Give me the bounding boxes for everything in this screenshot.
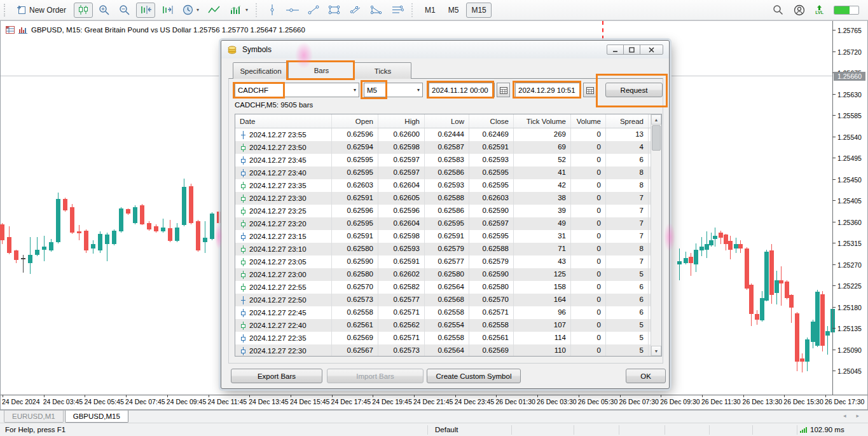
cell: 7 <box>606 255 649 268</box>
column-header[interactable]: Date <box>235 114 332 128</box>
create-custom-symbol-button[interactable]: Create Custom Symbol <box>427 369 521 383</box>
column-header[interactable]: Spread <box>606 114 649 128</box>
cell: 6 <box>606 306 649 319</box>
tab-scroll-right-icon[interactable]: ▸ <box>856 412 859 419</box>
cell: 0.62570 <box>332 281 378 294</box>
column-header[interactable]: Volume <box>571 114 606 128</box>
column-header[interactable]: Close <box>469 114 514 128</box>
cell: 0 <box>571 255 606 268</box>
table-row[interactable]: 2024.12.27 23:400.625950.625970.625860.6… <box>235 167 661 179</box>
minimize-button[interactable] <box>607 44 624 55</box>
triangle-tool[interactable] <box>367 3 385 18</box>
cell: 0 <box>571 179 606 192</box>
table-row[interactable]: 2024.12.27 23:000.625800.626020.625800.6… <box>235 268 661 281</box>
rectangle-tool[interactable] <box>325 3 343 18</box>
period-clock-button[interactable]: ▾ <box>179 3 202 18</box>
table-row[interactable]: 2024.12.27 23:500.625940.625980.625870.6… <box>235 141 661 154</box>
table-row[interactable]: 2024.12.27 22:450.625580.625710.625580.6… <box>235 306 661 319</box>
date-from-field[interactable]: 2024.11.12 00:00 <box>429 83 495 97</box>
cell: 8 <box>606 243 649 255</box>
zoom-in-button[interactable] <box>95 3 113 18</box>
time-axis-label: 26 Dec 11:30 <box>701 398 741 405</box>
table-row[interactable]: 2024.12.27 23:050.625900.625910.625770.6… <box>235 255 661 268</box>
zoom-out-button[interactable] <box>116 3 134 18</box>
table-row[interactable]: 2024.12.27 23:250.625960.625960.625860.6… <box>235 205 661 217</box>
date-cell: 2024.12.27 22:35 <box>235 332 332 344</box>
cell: 0 <box>571 205 606 217</box>
table-row[interactable]: 2024.12.27 23:350.626030.626040.625930.6… <box>235 179 661 192</box>
table-row[interactable]: 2024.12.27 23:150.625910.625980.625910.6… <box>235 230 661 243</box>
timeframe-m5-button[interactable]: M5 <box>443 3 464 18</box>
toolbar-drag-handle[interactable] <box>4 4 6 17</box>
export-bars-button[interactable]: Export Bars <box>231 369 322 383</box>
ok-button[interactable]: OK <box>626 369 666 383</box>
table-row[interactable]: 2024.12.27 22:550.625700.625820.625640.6… <box>235 281 661 294</box>
candlestick-mode-button[interactable] <box>74 3 93 18</box>
candle-body <box>719 233 723 238</box>
date-to-field[interactable]: 2024.12.29 10:51 <box>515 83 581 97</box>
dialog-titlebar[interactable]: Symbols <box>221 41 669 58</box>
column-header[interactable]: Open <box>332 114 378 128</box>
price-axis-label: 1.25540 <box>837 133 868 141</box>
candle <box>126 208 130 215</box>
chart-tab-eurusd[interactable]: EURUSD,M1 <box>4 411 64 423</box>
column-header[interactable]: Tick Volume <box>514 114 571 128</box>
scroll-up-button[interactable]: ▲ <box>651 114 661 125</box>
table-scrollbar[interactable]: ▲ ▼ <box>651 114 661 356</box>
timeframe-m15-button[interactable]: M15 <box>466 3 491 18</box>
fibonacci-tool[interactable] <box>388 3 407 18</box>
table-header[interactable]: DateOpenHighLowCloseTick VolumeVolumeSpr… <box>235 114 661 128</box>
column-header[interactable]: Low <box>425 114 469 128</box>
trendline-tool[interactable] <box>305 3 322 18</box>
line-chart-button[interactable] <box>205 3 224 18</box>
cell: 52 <box>514 154 571 167</box>
indicators-button[interactable]: ▾ <box>226 3 251 18</box>
request-button[interactable]: Request <box>605 83 663 97</box>
date-to-calendar-button[interactable] <box>583 83 596 97</box>
table-row[interactable]: 2024.12.27 23:200.625950.626040.625950.6… <box>235 217 661 230</box>
table-row[interactable]: 2024.12.27 23:300.625910.626050.625880.6… <box>235 192 661 205</box>
date-cell: 2024.12.27 23:05 <box>235 255 332 268</box>
maximize-button[interactable] <box>623 44 640 55</box>
table-row[interactable]: 2024.12.27 23:450.625950.625970.625830.6… <box>235 154 661 167</box>
table-row[interactable]: 2024.12.27 22:300.625670.625730.625640.6… <box>235 344 661 357</box>
vertical-line-tool[interactable] <box>264 3 280 18</box>
chart-shift-button[interactable] <box>136 3 155 18</box>
tab-specification[interactable]: Specification <box>233 62 289 79</box>
cell: 0.62590 <box>469 268 514 281</box>
candle-body <box>825 331 830 336</box>
column-header[interactable]: High <box>378 114 425 128</box>
symbol-combobox[interactable]: CADCHF ▾ <box>235 83 359 97</box>
cell: 0.62562 <box>378 319 425 332</box>
scroll-down-button[interactable]: ▼ <box>651 346 661 356</box>
horizontal-line-tool[interactable] <box>283 3 302 18</box>
lvl-icon[interactable]: LVL <box>815 5 823 15</box>
candle <box>820 291 825 351</box>
timeframe-combobox[interactable]: M5 ▾ <box>364 83 423 97</box>
candle-blue-icon <box>240 334 246 343</box>
auto-scroll-button[interactable] <box>158 3 177 18</box>
table-row[interactable]: 2024.12.27 23:100.625800.625930.625790.6… <box>235 243 661 255</box>
import-bars-button[interactable]: Import Bars <box>327 369 424 383</box>
cell: 0.62588 <box>469 243 514 255</box>
candle <box>779 266 783 306</box>
close-button[interactable] <box>640 44 663 55</box>
channel-tool[interactable] <box>346 3 364 18</box>
tab-scroll-left-icon[interactable]: ◂ <box>843 412 846 419</box>
table-row[interactable]: 2024.12.27 22:500.625730.625770.625680.6… <box>235 294 661 306</box>
timeframe-m1-button[interactable]: M1 <box>420 3 441 18</box>
table-row[interactable]: 2024.12.27 22:400.625610.625620.625540.6… <box>235 319 661 332</box>
profile-name[interactable]: Default <box>435 426 458 433</box>
tab-bars[interactable]: Bars <box>288 62 355 79</box>
candle <box>119 207 123 233</box>
cell: 0.62591 <box>332 192 378 205</box>
table-row[interactable]: 2024.12.27 23:550.625960.626000.624440.6… <box>235 128 661 141</box>
account-icon[interactable] <box>794 4 805 16</box>
date-from-calendar-button[interactable] <box>497 83 510 97</box>
tab-ticks[interactable]: Ticks <box>354 62 411 79</box>
scrollbar-thumb[interactable] <box>652 125 661 151</box>
search-icon[interactable] <box>773 4 783 15</box>
new-order-button[interactable]: New Order <box>11 3 71 18</box>
chart-tab-gbpusd[interactable]: GBPUSD,M15 <box>65 411 128 423</box>
table-row[interactable]: 2024.12.27 22:350.625690.625710.625580.6… <box>235 332 661 344</box>
